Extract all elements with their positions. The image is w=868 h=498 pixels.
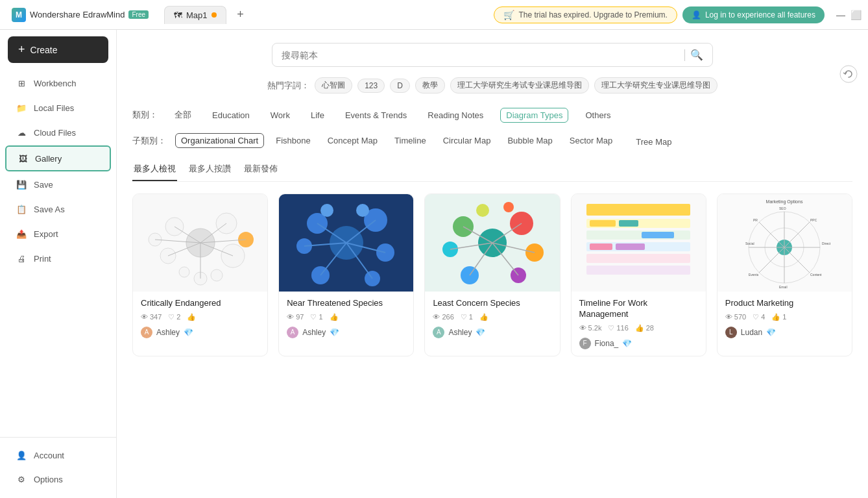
subcat-fishbone[interactable]: Fishbone [271,134,315,147]
template-card-product-marketing[interactable]: Marketing Options D [717,193,852,356]
cat-education[interactable]: Education [208,108,254,123]
svg-text:Events: Events [749,273,759,277]
thumbs-stat-5: 👍 1 [771,313,786,321]
print-label: Print [34,254,51,264]
gallery-label: Gallery [35,154,62,164]
card-stats-5: 👁 570 ♡ 4 👍 1 [725,313,844,321]
card-info-1: Critically Endangered 👁 347 ♡ 2 👍 A Ashl… [133,292,267,345]
hot-tag-1[interactable]: 123 [357,79,385,93]
save-icon: 💾 [16,179,27,190]
titlebar: M Wondershare EdrawMind Free 🗺 Map1 + 🛒 … [0,0,868,30]
svg-rect-51 [586,254,690,263]
workbench-label: Workbench [34,79,77,88]
sidebar-item-print[interactable]: 🖨 Print [5,247,111,270]
workbench-icon: ⊞ [16,77,27,89]
template-card-critically-endangered[interactable]: Critically Endangered 👁 347 ♡ 2 👍 A Ashl… [132,193,268,356]
subcat-concept-map[interactable]: Concept Map [322,134,383,147]
export-icon: 📤 [16,228,27,240]
svg-point-6 [179,267,189,277]
sidebar-item-account[interactable]: 👤 Account [5,443,111,467]
maximize-button[interactable]: ⬜ [850,10,862,20]
subcat-org-chart[interactable]: Organizational Chart [175,133,264,148]
cat-life[interactable]: Life [307,108,328,123]
sidebar-item-export[interactable]: 📤 Export [5,222,111,245]
cat-all[interactable]: 全部 [171,106,195,123]
subcat-tree-map[interactable]: Tree Map [631,135,677,149]
card-stats-1: 👁 347 ♡ 2 👍 [141,313,259,321]
likes-stat-1: ♡ 2 [168,313,180,321]
template-card-least-concern[interactable]: Least Concern Species 👁 266 ♡ 1 👍 A Ashl… [424,193,560,356]
account-label: Account [34,451,64,460]
create-button[interactable]: + Create [8,36,108,63]
minimize-button[interactable]: — [836,10,845,20]
cat-events[interactable]: Events & Trends [341,108,411,123]
add-tab-button[interactable]: + [232,6,250,24]
login-button[interactable]: 👤 Log in to experience all features [682,6,825,23]
sort-most-liked[interactable]: 最多人按讚 [187,159,232,181]
svg-text:Social: Social [745,242,754,245]
upgrade-banner[interactable]: 🛒 The trial has expired. Upgrade to Prem… [494,6,677,23]
card-thumbnail-2 [279,194,413,292]
sidebar-item-gallery[interactable]: 🖼 Gallery [5,145,111,171]
hot-tag-4[interactable]: 理工大学研究生考试专业课思维导图 [450,77,589,93]
card-author-2: A Ashley 💎 [287,327,405,338]
cat-diagram-types[interactable]: Diagram Types [500,108,568,123]
save-label: Save [34,180,53,190]
author-avatar-3: A [433,327,444,338]
sidebar-item-options[interactable]: ⚙ Options [5,467,111,491]
card-thumbnail-1 [133,194,267,292]
subcat-circular-map[interactable]: Circular Map [438,134,496,147]
premium-icon-5: 💎 [766,328,776,337]
hot-tag-2[interactable]: D [390,79,410,93]
svg-line-67 [759,222,784,247]
card-title-3: Least Concern Species [433,298,551,309]
search-button[interactable]: 🔍 [690,49,703,61]
sidebar-item-cloud-files[interactable]: ☁ Cloud Files [5,121,111,144]
map-tab-icon: 🗺 [174,10,182,20]
export-label: Export [34,229,58,239]
svg-point-25 [356,204,369,217]
svg-rect-55 [642,232,674,238]
cat-reading-notes[interactable]: Reading Notes [424,108,487,123]
map-tab-label: Map1 [186,10,208,20]
author-name-3: Ashley [448,328,472,337]
template-card-timeline-work[interactable]: Timeline For Work Management 👁 5.2k ♡ 11… [571,193,706,356]
template-card-near-threatened[interactable]: Near Threatened Species 👁 97 ♡ 1 👍 A Ash… [278,193,414,356]
local-files-label: Local Files [34,103,74,113]
cart-icon: 🛒 [503,10,514,20]
card-title-5: Product Marketing [725,298,844,309]
svg-text:Marketing Options: Marketing Options [766,199,803,205]
card-title-4: Timeline For Work Management [579,298,698,320]
subcat-sector-map[interactable]: Sector Map [564,134,618,147]
sidebar-item-save-as[interactable]: 📋 Save As [5,197,111,221]
cat-others[interactable]: Others [581,108,614,123]
search-bar: 🔍 [272,43,713,67]
sidebar-item-save[interactable]: 💾 Save [5,173,111,196]
hot-tag-0[interactable]: 心智圖 [315,77,352,93]
premium-icon-2: 💎 [330,328,339,337]
svg-rect-56 [590,243,612,250]
subcat-timeline[interactable]: Timeline [389,134,431,147]
sort-newest[interactable]: 最新發佈 [243,159,279,181]
map-tab[interactable]: 🗺 Map1 [164,6,226,24]
gallery-icon: 🖼 [17,153,29,164]
card-thumbnail-4 [572,194,706,292]
sidebar: + Create ⊞ Workbench 📁 Local Files ☁ Clo… [0,30,117,498]
hot-tag-3[interactable]: 教學 [415,77,445,93]
subcategory-row: 子類別： Organizational Chart Fishbone Conce… [132,132,852,149]
search-input[interactable] [282,50,679,60]
save-as-icon: 📋 [16,203,27,215]
cat-work[interactable]: Work [267,108,294,123]
subcat-bubble-map[interactable]: Bubble Map [502,134,557,147]
card-thumbnail-3 [425,194,559,292]
category-row: 類別： 全部 Education Work Life Events & Tren… [132,106,852,123]
sidebar-item-workbench[interactable]: ⊞ Workbench [5,71,111,95]
refresh-button[interactable] [839,65,858,86]
subcategory-items: Organizational Chart Fishbone Concept Ma… [175,132,677,149]
card-stats-2: 👁 97 ♡ 1 👍 [287,313,405,321]
sort-most-viewed[interactable]: 最多人檢視 [132,159,177,181]
hot-tag-5[interactable]: 理工大学研究生专业课思维导图 [594,77,717,93]
plus-icon: + [18,43,25,56]
login-label: Log in to experience all features [705,10,815,19]
sidebar-item-local-files[interactable]: 📁 Local Files [5,96,111,119]
